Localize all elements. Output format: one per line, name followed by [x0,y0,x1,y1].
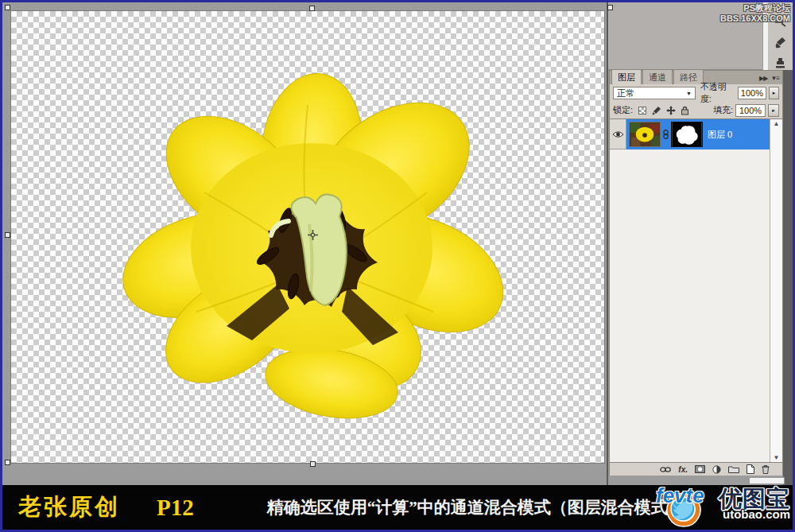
chevron-down-icon: ▼ [686,91,692,96]
page-number: P12 [157,495,194,521]
tab-channels[interactable]: 通道 [642,69,673,84]
tulip-flower-image [109,73,522,421]
opacity-label: 不透明度: [700,81,735,105]
layer-name: 图层 0 [708,129,732,141]
transform-handle-bottom-left[interactable] [5,460,10,465]
layer-mask-icon[interactable] [695,464,705,475]
document-area [2,2,608,485]
watermark-line1: PS教程论坛 [720,3,790,14]
fill-input[interactable]: 100% [735,104,766,117]
blend-mode-select[interactable]: 正常 ▼ [613,87,696,99]
delete-layer-icon[interactable] [762,464,770,475]
layer-style-icon[interactable]: fx. [678,464,688,475]
lock-pixels-icon[interactable] [651,105,661,115]
scroll-down-icon[interactable]: ▼ [774,454,780,461]
layer-mask-thumbnail[interactable] [671,122,703,147]
transform-handle-middle-left[interactable] [5,232,10,238]
lock-label: 锁定: [613,104,633,116]
clone-stamp-tool-icon[interactable] [773,56,788,70]
dock-edge-strip [783,70,793,485]
fill-label: 填充: [713,104,733,116]
layer-list-scrollbar[interactable]: ▲ ▼ [770,119,782,462]
brush-tool-icon[interactable] [773,36,788,49]
layer-row[interactable]: 图层 0 [610,119,782,150]
opacity-slider-button[interactable]: ▸ [769,87,779,99]
fill-value: 100% [739,106,762,115]
layer-row-selected-region[interactable]: 图层 0 [626,119,770,150]
transform-handle-top-center[interactable] [309,6,315,11]
opacity-value: 100% [741,88,763,98]
layers-panel: 图层 通道 路径 ▶▶ ▼≡ 正常 ▼ 不透明度: 100% ▸ [609,70,783,475]
new-group-icon[interactable] [728,464,739,475]
mask-link-icon[interactable] [662,130,669,139]
photoshop-window: PS教程论坛 BBS.16XX8.COM 图层 通道 路径 ▶▶ ▼≡ 正常 ▼ [2,2,793,485]
transform-handle-top-left[interactable] [5,5,10,10]
transform-handle-top-right[interactable] [607,5,613,10]
panel-menu-icon[interactable]: ▼≡ [770,75,782,84]
watermark: PS教程论坛 BBS.16XX8.COM [720,3,790,24]
link-layers-icon[interactable] [660,464,671,475]
screenshot-root: PS教程论坛 BBS.16XX8.COM 图层 通道 路径 ▶▶ ▼≡ 正常 ▼ [0,0,795,532]
collapse-panel-icon[interactable]: ▶▶ [759,75,770,84]
lock-transparency-icon[interactable] [637,105,647,115]
panel-horizontal-scrollbar[interactable] [749,477,785,484]
lock-fill-row: 锁定: 填充: 100% [610,102,782,118]
tutorial-title: 精确选区使用“计算”中的通道混合模式（图层混合模式） [267,496,684,518]
layer-list: 图层 0 ▲ ▼ [610,118,782,462]
opacity-input[interactable]: 100% [738,87,766,99]
blend-mode-value: 正常 [617,87,634,99]
scroll-up-icon[interactable]: ▲ [774,120,780,127]
transform-center-point[interactable] [308,230,318,240]
utobao-logo-url: utobao.com [719,507,790,521]
logo-cluster: fevte 优图宝 utobao.com [651,485,793,530]
lock-position-icon[interactable] [665,105,676,115]
watermark-line2: BBS.16XX8.COM [720,14,790,24]
transform-handle-bottom-center[interactable] [310,461,316,467]
fevte-logo: fevte [656,483,704,508]
fill-slider-button[interactable]: ▸ [768,104,779,117]
panel-footer: fx. [610,462,782,476]
blend-opacity-row: 正常 ▼ 不透明度: 100% ▸ [610,84,782,102]
caption-bar: 老张原创 P12 精确选区使用“计算”中的通道混合模式（图层混合模式） fevt… [2,485,793,530]
visibility-toggle[interactable] [610,119,626,150]
lock-buttons [637,105,690,115]
adjustment-layer-icon[interactable] [712,464,721,475]
new-layer-icon[interactable] [747,464,754,475]
tab-layers[interactable]: 图层 [611,69,642,84]
utobao-logo: 优图宝 utobao.com [719,487,790,521]
eye-icon [612,130,624,138]
layer-thumbnail[interactable] [629,122,661,147]
lock-all-icon[interactable] [680,105,690,115]
tab-paths[interactable]: 路径 [673,69,704,84]
author-credit: 老张原创 [18,491,120,523]
panel-tab-bar: 图层 通道 路径 ▶▶ ▼≡ [610,71,782,84]
